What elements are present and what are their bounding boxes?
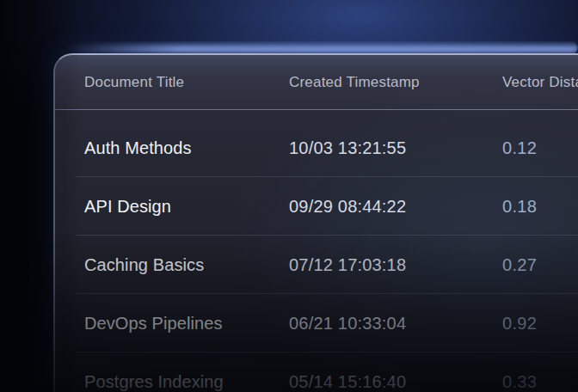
document-title-cell: Postgres Indexing xyxy=(84,372,289,392)
column-header-created-timestamp: Created Timestamp xyxy=(289,74,502,91)
screen: Document Title Created Timestamp Vector … xyxy=(0,0,578,392)
vector-distance-cell: 0.12 xyxy=(502,138,578,158)
document-title-cell: API Design xyxy=(84,197,289,217)
table-row[interactable]: API Design 09/29 08:44:22 0.18 xyxy=(55,177,578,236)
document-title-cell: DevOps Pipelines xyxy=(84,314,289,334)
created-timestamp-cell: 10/03 13:21:55 xyxy=(289,138,502,158)
top-light-streak xyxy=(65,41,578,54)
table-row[interactable]: Caching Basics 07/12 17:03:18 0.27 xyxy=(55,236,578,294)
created-timestamp-cell: 09/29 08:44:22 xyxy=(289,197,502,217)
document-title-cell: Caching Basics xyxy=(84,255,289,275)
vector-distance-cell: 0.33 xyxy=(502,372,578,392)
created-timestamp-cell: 05/14 15:16:40 xyxy=(289,372,502,392)
column-header-document-title: Document Title xyxy=(84,74,289,91)
table-header-row: Document Title Created Timestamp Vector … xyxy=(55,55,578,110)
vector-distance-cell: 0.18 xyxy=(502,197,578,217)
created-timestamp-cell: 06/21 10:33:04 xyxy=(289,314,502,334)
column-header-vector-distance: Vector Distance xyxy=(502,74,578,91)
table-body: Auth Methods 10/03 13:21:55 0.12 API Des… xyxy=(55,110,578,392)
vector-distance-cell: 0.27 xyxy=(502,255,578,275)
table-row[interactable]: DevOps Pipelines 06/21 10:33:04 0.92 xyxy=(55,294,578,352)
vector-distance-cell: 0.92 xyxy=(502,314,578,334)
documents-table-card: Document Title Created Timestamp Vector … xyxy=(53,53,578,392)
table-row[interactable]: Auth Methods 10/03 13:21:55 0.12 xyxy=(55,119,578,177)
document-title-cell: Auth Methods xyxy=(84,138,289,158)
table-row[interactable]: Postgres Indexing 05/14 15:16:40 0.33 xyxy=(55,352,578,392)
created-timestamp-cell: 07/12 17:03:18 xyxy=(289,255,502,275)
